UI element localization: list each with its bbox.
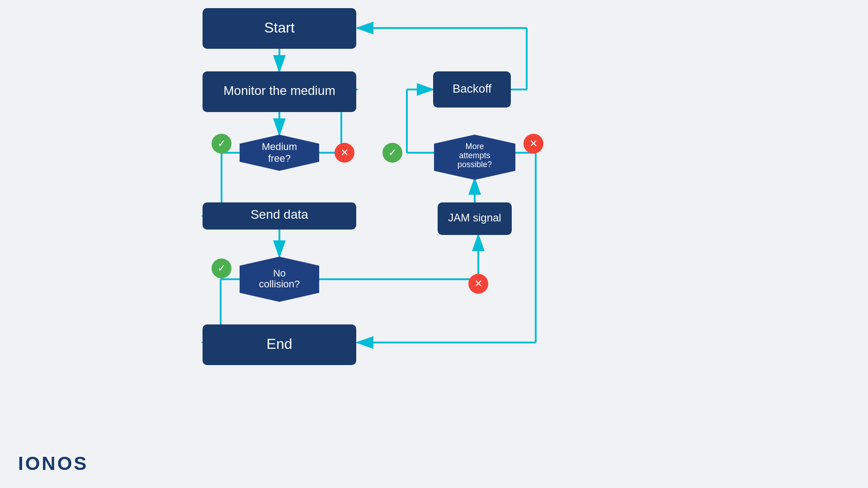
collision-label2: collision?: [259, 278, 300, 290]
flowchart-svg: Start Monitor the medium Medium free? Se…: [0, 0, 868, 488]
send-data-label: Send data: [250, 207, 308, 221]
medium-free-label1: Medium: [262, 141, 297, 152]
check-icon-more-attempts: ✓: [388, 147, 396, 158]
jam-signal-label: JAM signal: [448, 211, 501, 224]
x-icon-medium-free: ✕: [340, 147, 349, 158]
monitor-label: Monitor the medium: [223, 84, 335, 98]
medium-free-label2: free?: [268, 153, 291, 164]
more-attempts-label2: attempts: [459, 151, 490, 160]
backoff-label: Backoff: [453, 82, 492, 95]
more-attempts-label1: More: [465, 142, 484, 151]
x-icon-collision: ✕: [474, 278, 482, 289]
ionos-logo: IONOS: [18, 453, 88, 474]
collision-label1: No: [273, 267, 286, 279]
check-icon-collision: ✓: [217, 263, 226, 274]
diagram-container: Start Monitor the medium Medium free? Se…: [0, 0, 868, 488]
end-label: End: [267, 336, 292, 352]
x-icon-more-attempts: ✕: [529, 138, 538, 149]
more-attempts-label3: possible?: [458, 160, 492, 169]
start-label: Start: [264, 19, 295, 36]
check-icon-medium-free: ✓: [217, 138, 226, 149]
